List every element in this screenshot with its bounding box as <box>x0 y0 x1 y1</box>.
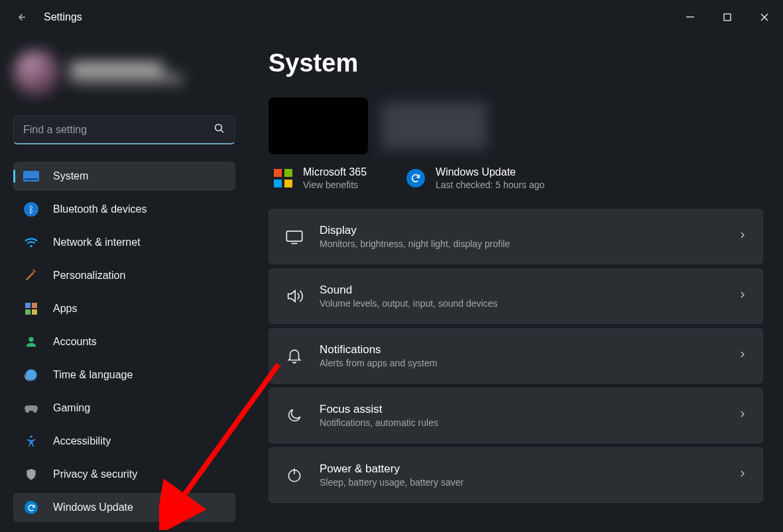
card-title: Display <box>320 224 737 237</box>
card-notifications[interactable]: Notifications Alerts from apps and syste… <box>269 328 763 384</box>
search-icon <box>213 123 225 137</box>
nav-item-windows-update[interactable]: Windows Update <box>13 493 235 522</box>
nav-label: Accounts <box>53 336 97 348</box>
nav-label: Network & internet <box>53 237 141 248</box>
nav-label: Time & language <box>53 369 133 381</box>
svg-point-2 <box>215 124 222 131</box>
system-icon <box>23 168 40 185</box>
apps-icon <box>23 300 40 317</box>
power-icon <box>284 464 305 486</box>
profile-name <box>70 63 163 74</box>
nav-label: Personalization <box>53 270 125 282</box>
nav-label: Apps <box>53 303 77 315</box>
nav-label: Accessibility <box>53 435 111 447</box>
card-display[interactable]: Display Monitors, brightness, night ligh… <box>269 209 763 264</box>
card-focus-assist[interactable]: Focus assist Notifications, automatic ru… <box>269 388 763 443</box>
chevron-right-icon <box>737 468 748 482</box>
bluetooth-icon: ᛒ <box>23 201 40 218</box>
quick-windows-update[interactable]: Windows Update Last checked: 5 hours ago <box>406 166 544 190</box>
card-sub: Alerts from apps and system <box>320 358 737 368</box>
maximize-button[interactable] <box>709 4 746 30</box>
svg-point-4 <box>29 337 33 342</box>
gamepad-icon <box>23 399 40 417</box>
nav-label: Gaming <box>53 402 90 414</box>
quick-title: Windows Update <box>436 166 544 178</box>
nav-item-bluetooth[interactable]: ᛒ Bluetooth & devices <box>13 195 235 224</box>
globe-clock-icon <box>23 366 40 384</box>
back-button[interactable] <box>13 9 29 25</box>
person-icon <box>23 333 40 350</box>
chevron-right-icon <box>737 349 748 362</box>
card-power-battery[interactable]: Power & battery Sleep, battery usage, ba… <box>269 447 763 503</box>
svg-rect-1 <box>724 14 731 21</box>
quick-sub: Last checked: 5 hours ago <box>436 180 544 190</box>
main-panel: System Microsoft 365 View benefits <box>242 34 783 532</box>
nav-item-privacy[interactable]: Privacy & security <box>13 460 235 489</box>
wifi-icon <box>23 234 40 251</box>
minimize-button[interactable] <box>672 4 709 30</box>
search-input[interactable] <box>23 124 213 136</box>
nav-label: Bluetooth & devices <box>53 203 147 215</box>
card-sound[interactable]: Sound Volume levels, output, input, soun… <box>269 268 763 324</box>
nav-label: Privacy & security <box>53 468 137 480</box>
nav-list: System ᛒ Bluetooth & devices Network & i… <box>13 162 242 522</box>
nav-item-accessibility[interactable]: Accessibility <box>13 427 235 456</box>
display-icon <box>284 226 305 247</box>
app-title: Settings <box>44 11 82 23</box>
nav-item-time-language[interactable]: Time & language <box>13 360 235 390</box>
profile-email <box>70 75 183 83</box>
avatar <box>13 50 60 96</box>
nav-item-personalization[interactable]: Personalization <box>13 261 235 290</box>
quick-sub: View benefits <box>303 180 367 190</box>
svg-rect-6 <box>286 231 302 241</box>
titlebar: Settings <box>0 0 783 34</box>
windows-update-icon <box>23 499 40 516</box>
close-button[interactable] <box>746 4 783 30</box>
bell-icon <box>284 345 305 366</box>
pc-name-redacted <box>381 102 487 150</box>
nav-label: Windows Update <box>53 502 133 513</box>
microsoft-365-icon <box>274 169 292 187</box>
nav-label: System <box>53 170 88 182</box>
card-sub: Monitors, brightness, night light, displ… <box>320 239 737 249</box>
svg-rect-0 <box>686 17 694 17</box>
page-title: System <box>269 49 764 78</box>
card-title: Power & battery <box>320 462 737 476</box>
device-info[interactable] <box>269 97 764 154</box>
quick-title: Microsoft 365 <box>303 166 367 178</box>
pc-thumbnail <box>269 97 368 154</box>
shield-icon <box>23 466 40 483</box>
card-title: Notifications <box>320 343 737 356</box>
chevron-right-icon <box>737 230 748 243</box>
chevron-right-icon <box>737 409 748 422</box>
user-profile[interactable] <box>13 40 199 106</box>
card-title: Focus assist <box>320 403 737 416</box>
sidebar: System ᛒ Bluetooth & devices Network & i… <box>13 34 242 532</box>
svg-point-5 <box>30 436 32 439</box>
moon-icon <box>284 405 305 426</box>
nav-item-gaming[interactable]: Gaming <box>13 394 235 423</box>
nav-item-apps[interactable]: Apps <box>13 294 235 323</box>
card-sub: Notifications, automatic rules <box>320 417 737 428</box>
card-title: Sound <box>320 284 737 297</box>
nav-item-accounts[interactable]: Accounts <box>13 327 235 356</box>
paintbrush-icon <box>23 267 40 284</box>
chevron-right-icon <box>737 290 748 303</box>
nav-item-system[interactable]: System <box>13 162 235 191</box>
sound-icon <box>284 286 305 307</box>
card-sub: Volume levels, output, input, sound devi… <box>320 298 737 309</box>
card-sub: Sleep, battery usage, battery saver <box>320 477 737 488</box>
accessibility-icon <box>23 433 40 450</box>
nav-item-network[interactable]: Network & internet <box>13 228 235 257</box>
windows-update-icon <box>406 169 425 187</box>
search-box[interactable] <box>13 115 235 144</box>
quick-microsoft-365[interactable]: Microsoft 365 View benefits <box>274 166 367 190</box>
